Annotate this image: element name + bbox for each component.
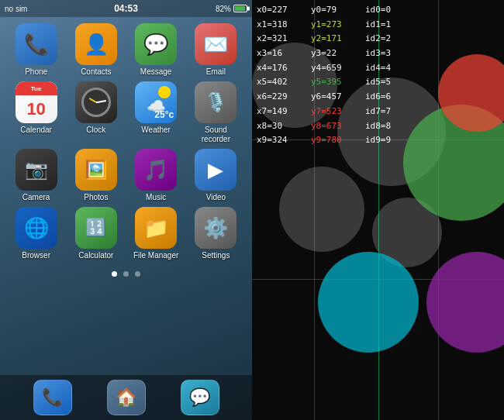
email-label: Email [206,67,226,77]
contacts-symbol: 👤 [84,33,109,57]
folder-symbol: 📁 [143,216,168,240]
calculator-icon: 🔢 [75,207,117,249]
x-val-6: x6=229 [257,90,309,105]
video-symbol: ▶ [208,158,223,182]
music-icon: 🎵 [135,149,177,191]
browser-label: Browser [22,251,50,260]
photos-label: Photos [84,193,108,202]
status-indicators: 82% [167,5,247,13]
nav-phone-icon: 📞 [42,387,63,408]
dot-3 [135,271,140,277]
battery-icon [233,5,247,12]
app-sound-recorder[interactable]: 🎙️ Sound recorder [188,81,244,144]
settings-label: Settings [202,251,230,260]
touch-row-6: x6=229y6=457id6=6 [257,90,391,105]
app-music[interactable]: 🎵 Music [128,149,185,202]
nav-phone-button[interactable]: 📞 [33,380,72,415]
clock-face [81,88,111,117]
app-calculator[interactable]: 🔢 Calculator [67,207,124,260]
bottom-navigation: 📞 🏠 💬 [0,375,252,420]
nav-message-icon: 💬 [189,387,210,408]
y-val-4: y4=659 [311,61,364,76]
status-time: 04:53 [85,3,166,14]
file-manager-icon: 📁 [135,207,177,249]
weather-icon: ☁️ 25°c [135,81,177,123]
gear-symbol: ⚙️ [203,216,228,240]
battery-percent: 82% [216,5,231,13]
phone-symbol: 📞 [24,33,49,57]
app-browser[interactable]: 🌐 Browser [8,207,64,260]
nav-home-icon: 🏠 [116,387,136,408]
nav-home-button[interactable]: 🏠 [107,380,146,415]
sound-recorder-icon: 🎙️ [195,81,236,123]
phone-ui-panel: no sim 04:53 82% 📞 Phone 👤 Contacts [0,0,252,420]
app-calendar[interactable]: Tue 10 Calendar [8,81,64,144]
video-label: Video [206,193,226,202]
id-val-6: id6=6 [365,90,391,105]
calculator-label: Calculator [78,251,113,260]
clock-hour-hand [89,98,97,103]
touch-row-1: x1=318y1=273id1=1 [257,18,391,33]
mic-symbol: 🎙️ [204,91,227,113]
touch-debug-panel: x0=227y0=79id0=0x1=318y1=273id1=1x2=321y… [252,0,504,420]
calendar-icon: Tue 10 [16,81,57,123]
y-val-1: y1=273 [311,18,364,33]
id-val-9: id9=9 [365,133,391,148]
touch-row-2: x2=321y2=171id2=2 [257,32,391,46]
weather-label: Weather [141,126,171,135]
photos-symbol: 🖼️ [85,159,108,181]
phone-label: Phone [25,67,47,77]
app-grid: 📞 Phone 👤 Contacts 💬 Message ✉️ Email [0,17,252,267]
no-sim-label: no sim [5,5,27,13]
touch-circle-4 [318,252,419,353]
music-label: Music [146,193,166,202]
y-val-9: y9=780 [311,133,364,148]
touch-row-9: x9=324y9=780id9=9 [257,133,391,148]
id-val-3: id3=3 [365,46,391,61]
app-weather[interactable]: ☁️ 25°c Weather [128,81,185,144]
y-val-0: y0=79 [311,3,364,18]
y-val-8: y8=673 [311,119,364,134]
app-photos[interactable]: 🖼️ Photos [67,149,124,202]
app-message[interactable]: 💬 Message [128,23,185,77]
phone-icon: 📞 [16,23,57,65]
time-display: 04:53 [114,3,138,14]
music-symbol: 🎵 [143,158,168,182]
app-clock[interactable]: Clock [67,81,124,144]
file-manager-label: File Manager [133,251,178,260]
y-val-2: y2=171 [311,32,364,46]
nav-message-button[interactable]: 💬 [181,380,219,415]
app-email[interactable]: ✉️ Email [188,23,244,77]
camera-icon: 📷 [16,149,57,191]
app-video[interactable]: ▶ Video [188,149,244,202]
camera-label: Camera [22,193,50,202]
x-val-2: x2=321 [257,32,309,46]
id-val-4: id4=4 [365,61,391,76]
x-val-8: x8=30 [257,119,309,134]
calendar-day: 10 [26,99,45,119]
y-val-3: y3=22 [311,46,364,61]
battery-fill [235,6,245,11]
app-phone[interactable]: 📞 Phone [8,23,64,77]
email-symbol: ✉️ [203,33,228,57]
app-file-manager[interactable]: 📁 File Manager [128,207,185,260]
app-contacts[interactable]: 👤 Contacts [67,23,124,77]
clock-icon [75,81,117,123]
contacts-icon: 👤 [75,23,117,65]
id-val-1: id1=1 [365,18,391,33]
id-val-2: id2=2 [365,32,391,46]
dot-1 [112,271,117,277]
y-val-7: y7=523 [311,105,364,119]
touch-row-7: x7=149y7=523id7=7 [257,105,391,119]
globe-symbol: 🌐 [24,216,49,240]
id-val-7: id7=7 [365,105,391,119]
weather-temp: 25°c [154,109,174,120]
video-icon: ▶ [195,149,236,191]
y-val-6: y6=457 [311,90,364,105]
clock-minute-hand [96,100,106,103]
app-camera[interactable]: 📷 Camera [8,149,64,202]
message-symbol: 💬 [143,33,168,57]
app-settings[interactable]: ⚙️ Settings [188,207,244,260]
touch-row-4: x4=176y4=659id4=4 [257,61,391,76]
clock-label: Clock [86,126,105,135]
